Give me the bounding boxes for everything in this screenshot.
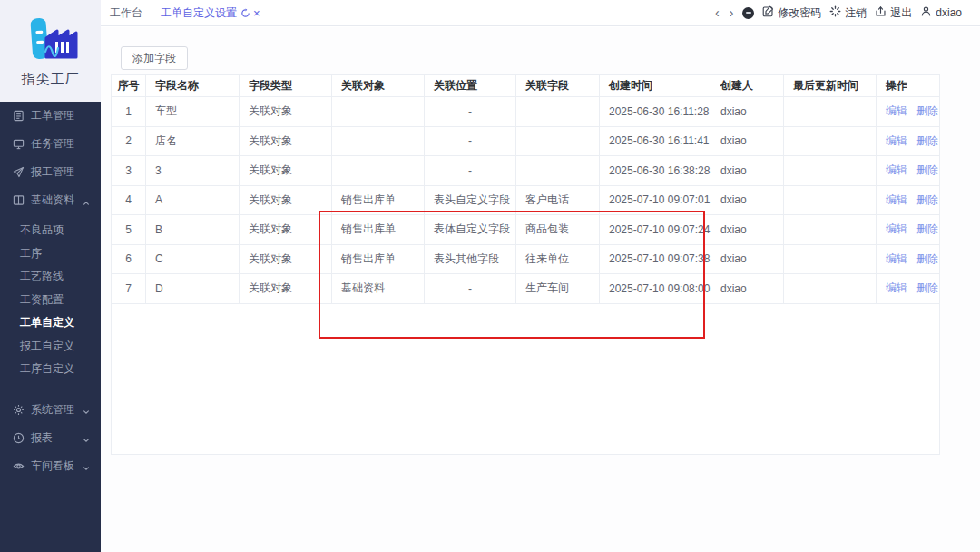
cell-name: B (146, 215, 240, 244)
sidebar-nav: 工单管理任务管理报工管理基础资料不良品项工序工艺路线工资配置工单自定义报工自定义… (0, 102, 101, 480)
logout-button[interactable]: 注销 (829, 5, 867, 21)
cell-updated (784, 245, 877, 274)
monitor-icon (12, 138, 24, 151)
cell-creator: dxiao (711, 274, 784, 303)
sidebar-item-label: 系统管理 (31, 402, 74, 418)
sidebar-item-tasks[interactable]: 任务管理 (0, 130, 101, 158)
table-row: 5B关联对象销售出库单表体自定义字段商品包装2025-07-10 09:07:2… (112, 215, 939, 245)
cell-actions: 编辑删除 (877, 274, 940, 303)
tab-work-order-custom-settings[interactable]: 工单自定义设置× (161, 5, 260, 21)
send-icon (12, 166, 24, 179)
exit-button[interactable]: 退出 (875, 5, 912, 21)
sidebar-item-reports[interactable]: 报表 (0, 424, 101, 452)
tab-label: 工作台 (110, 5, 142, 21)
sidebar-item-work-reporting[interactable]: 报工管理 (0, 158, 101, 186)
cell-field (516, 97, 600, 126)
cell-creator: dxiao (711, 127, 784, 156)
sidebar-item-workshop-board[interactable]: 车间看板 (0, 452, 101, 480)
spinner-icon (829, 5, 841, 20)
delete-link[interactable]: 删除 (916, 251, 938, 267)
cell-name: 店名 (146, 127, 240, 156)
delete-link[interactable]: 删除 (916, 192, 938, 208)
change-password-button[interactable]: 修改密码 (762, 5, 821, 21)
edit-link[interactable]: 编辑 (886, 281, 907, 296)
cell-object: 销售出库单 (332, 245, 425, 274)
sidebar-item-work-orders[interactable]: 工单管理 (0, 102, 101, 130)
sidebar-item-label: 工单管理 (31, 108, 74, 123)
column-header: 字段名称 (146, 75, 240, 96)
edit-link[interactable]: 编辑 (886, 133, 907, 149)
cell-created: 2025-07-10 09:08:00 (600, 274, 711, 303)
column-header: 序号 (112, 75, 146, 96)
edit-link[interactable]: 编辑 (886, 163, 907, 178)
theme-toggle-icon[interactable] (742, 7, 754, 19)
table-row: 33关联对象-2025-06-30 16:38:28dxiao编辑删除 (112, 156, 939, 186)
cell-no: 7 (112, 274, 146, 303)
cell-no: 5 (112, 215, 146, 244)
cell-object (332, 127, 425, 156)
cell-name: A (146, 186, 240, 215)
cell-name: C (146, 245, 240, 274)
table-header-row: 序号字段名称字段类型关联对象关联位置关联字段创建时间创建人最后更新时间操作 (112, 75, 939, 97)
caret-down-icon (83, 406, 90, 419)
sidebar-item-label: 报表 (31, 430, 53, 446)
sidebar-subitem-process-route[interactable]: 工艺路线 (0, 265, 101, 289)
tab-scroll-left-icon[interactable]: ‹ (714, 6, 720, 19)
cell-name: D (146, 274, 240, 303)
book-icon (12, 194, 24, 207)
close-icon[interactable]: × (253, 7, 260, 19)
table-row: 7D关联对象基础资料-生产车间2025-07-10 09:08:00dxiao编… (112, 274, 939, 304)
delete-link[interactable]: 删除 (916, 133, 938, 149)
delete-link[interactable]: 删除 (916, 281, 938, 296)
table-row: 1车型关联对象-2025-06-30 16:11:28dxiao编辑删除 (112, 97, 939, 127)
edit-link[interactable]: 编辑 (886, 192, 907, 208)
tab-workbench[interactable]: 工作台 (110, 5, 142, 21)
sidebar-item-base-data[interactable]: 基础资料 (0, 186, 101, 214)
logo-area: 指尖工厂 (0, 0, 101, 102)
sidebar-subitem-report-custom[interactable]: 报工自定义 (0, 335, 101, 359)
tab-bar: 工作台工单自定义设置× (101, 5, 714, 21)
table-row: 2店名关联对象-2025-06-30 16:11:41dxiao编辑删除 (112, 127, 939, 157)
cell-updated (784, 215, 877, 244)
cell-position: - (425, 156, 516, 185)
edit-link[interactable]: 编辑 (886, 222, 907, 237)
sidebar-subitem-process[interactable]: 工序 (0, 242, 101, 266)
delete-link[interactable]: 删除 (916, 222, 938, 237)
edit-icon (762, 5, 774, 20)
tab-scroll-right-icon[interactable]: › (729, 6, 735, 19)
cell-creator: dxiao (711, 186, 784, 215)
cell-creator: dxiao (711, 156, 784, 185)
cell-field: 往来单位 (516, 245, 600, 274)
cell-type: 关联对象 (240, 127, 332, 156)
add-field-button[interactable]: 添加字段 (121, 46, 188, 70)
cell-object: 基础资料 (332, 274, 425, 303)
sidebar-item-system-mgmt[interactable]: 系统管理 (0, 396, 101, 424)
caret-up-icon (83, 197, 90, 210)
sidebar-subitem-wage-config[interactable]: 工资配置 (0, 289, 101, 312)
user-menu[interactable]: dxiao (920, 5, 962, 20)
delete-link[interactable]: 删除 (916, 163, 938, 178)
cell-name: 3 (146, 156, 240, 185)
edit-link[interactable]: 编辑 (886, 104, 907, 119)
delete-link[interactable]: 删除 (916, 104, 938, 119)
table-row: 4A关联对象销售出库单表头自定义字段客户电话2025-07-10 09:07:0… (112, 186, 939, 216)
cell-field: 商品包装 (516, 215, 600, 244)
app-title: 指尖工厂 (22, 71, 80, 88)
refresh-icon[interactable] (240, 8, 250, 18)
sidebar-subitem-process-custom[interactable]: 工序自定义 (0, 358, 101, 381)
cell-type: 关联对象 (240, 97, 332, 126)
cell-type: 关联对象 (240, 215, 332, 244)
edit-link[interactable]: 编辑 (886, 251, 907, 267)
document-icon (12, 110, 24, 123)
cell-creator: dxiao (711, 215, 784, 244)
tab-label: 工单自定义设置 (161, 5, 237, 21)
sidebar-subitem-work-order-custom[interactable]: 工单自定义 (0, 311, 101, 335)
cell-actions: 编辑删除 (877, 127, 940, 156)
topbar: 工作台工单自定义设置× ‹ › 修改密码 注销 退出 dxiao (101, 0, 980, 26)
column-header: 创建时间 (600, 75, 711, 96)
cell-created: 2025-07-10 09:07:24 (600, 215, 711, 244)
cell-position: 表头其他字段 (425, 245, 516, 274)
column-header: 关联对象 (332, 75, 425, 96)
cell-updated (784, 156, 877, 185)
sidebar-subitem-defect-items[interactable]: 不良品项 (0, 219, 101, 242)
